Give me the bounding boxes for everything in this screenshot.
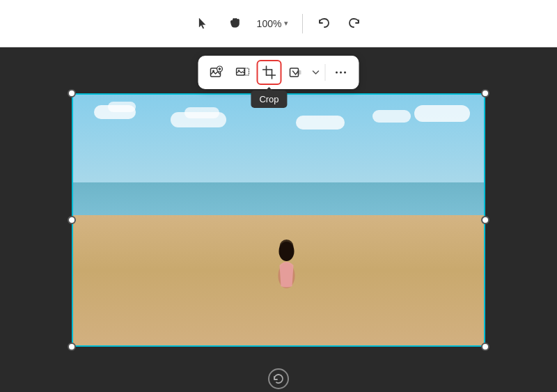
more-options-icon <box>334 65 348 79</box>
hand-tool-button[interactable] <box>221 11 246 36</box>
cloud-2 <box>108 102 136 112</box>
crop-button[interactable] <box>257 60 282 85</box>
replace-image-button[interactable] <box>204 60 229 85</box>
handle-top-right[interactable] <box>481 89 489 97</box>
handle-mid-left[interactable] <box>68 216 76 224</box>
image-toolbar-divider <box>325 64 326 81</box>
chevron-down-icon <box>312 68 320 77</box>
svg-point-19 <box>278 242 294 261</box>
crop-icon <box>262 65 276 79</box>
zoom-value: 100% <box>257 18 282 29</box>
zoom-chevron-icon: ▾ <box>284 19 288 28</box>
mask-button[interactable] <box>283 60 308 85</box>
canvas-area: Crop <box>0 47 557 392</box>
mask-icon <box>289 65 303 79</box>
undo-button[interactable] <box>311 11 336 36</box>
refresh-icon <box>272 373 285 385</box>
crop-tooltip-text: Crop <box>259 94 278 104</box>
person-silhouette <box>271 234 302 290</box>
cloud-4 <box>185 107 219 118</box>
cloud-5 <box>296 116 345 130</box>
insert-image-button[interactable] <box>230 60 256 85</box>
crop-tooltip: Crop <box>251 91 287 108</box>
cloud-6 <box>372 110 411 123</box>
handle-mid-right[interactable] <box>481 216 489 224</box>
pointer-icon <box>196 17 210 31</box>
svg-rect-13 <box>297 70 301 75</box>
image-toolbar: Crop <box>198 56 359 89</box>
image-container[interactable]: Crop <box>73 95 484 345</box>
svg-point-15 <box>340 71 342 73</box>
replace-image-icon <box>210 65 223 79</box>
more-options-button[interactable] <box>329 60 354 85</box>
crop-button-container: Crop <box>257 60 282 85</box>
redo-icon <box>347 17 361 31</box>
pointer-tool-button[interactable] <box>190 11 215 36</box>
undo-icon <box>317 17 331 31</box>
mask-dropdown-button[interactable] <box>310 60 322 85</box>
handle-bottom-right[interactable] <box>481 343 489 351</box>
svg-point-16 <box>344 71 346 73</box>
handle-top-left[interactable] <box>68 89 76 97</box>
hand-icon <box>226 17 240 31</box>
reset-button[interactable] <box>268 368 289 389</box>
redo-button[interactable] <box>342 11 367 36</box>
svg-point-14 <box>336 71 338 73</box>
bottom-bar <box>0 366 557 392</box>
toolbar-divider <box>302 14 303 33</box>
handle-bottom-left[interactable] <box>68 343 76 351</box>
beach-image <box>73 95 484 345</box>
cloud-7 <box>414 105 470 122</box>
insert-image-icon <box>236 65 250 79</box>
top-toolbar: 100% ▾ <box>0 0 557 47</box>
zoom-control[interactable]: 100% ▾ <box>251 11 295 36</box>
